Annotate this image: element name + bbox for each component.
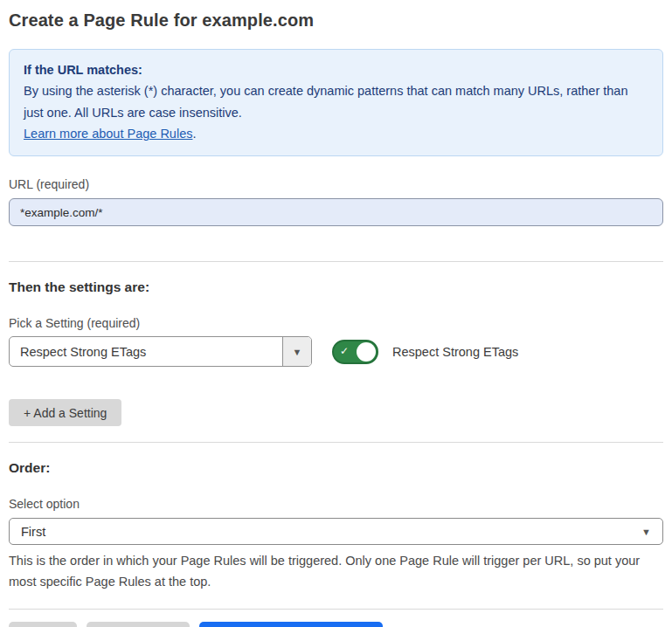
footer-divider [9, 609, 663, 610]
info-box-body: By using the asterisk (*) character, you… [24, 80, 648, 123]
chevron-down-icon[interactable]: ▼ [282, 337, 311, 366]
url-field-label: URL (required) [9, 177, 663, 191]
order-select-value: First [21, 525, 641, 539]
section-divider [9, 261, 663, 262]
footer-actions: Cancel Save as Draft Save and Deploy Pag… [9, 622, 663, 627]
create-page-rule-panel: Create a Page Rule for example.com If th… [0, 0, 672, 627]
setting-row: Respect Strong ETags ▼ ✓ Respect Strong … [9, 336, 663, 367]
check-icon: ✓ [340, 345, 349, 357]
save-draft-button[interactable]: Save as Draft [87, 622, 191, 627]
chevron-down-icon: ▼ [641, 527, 651, 537]
save-deploy-button[interactable]: Save and Deploy Page Rule [199, 622, 383, 627]
info-box-heading: If the URL matches: [24, 59, 648, 80]
learn-more-link[interactable]: Learn more about Page Rules [24, 127, 192, 141]
url-input[interactable] [9, 198, 663, 226]
section-divider [9, 442, 663, 443]
setting-toggle[interactable]: ✓ [332, 340, 378, 364]
setting-select[interactable]: Respect Strong ETags ▼ [9, 336, 312, 367]
order-select[interactable]: First ▼ [9, 518, 663, 545]
toggle-label: Respect Strong ETags [392, 345, 518, 359]
setting-select-value: Respect Strong ETags [10, 337, 282, 366]
toggle-knob [357, 342, 376, 362]
cancel-button[interactable]: Cancel [9, 622, 77, 627]
link-suffix: . [192, 127, 196, 141]
page-title: Create a Page Rule for example.com [9, 10, 663, 31]
pick-setting-label: Pick a Setting (required) [9, 316, 663, 330]
add-setting-button[interactable]: + Add a Setting [9, 399, 121, 426]
order-select-label: Select option [9, 497, 663, 511]
settings-section-heading: Then the settings are: [9, 279, 663, 295]
info-box-link-line: Learn more about Page Rules. [24, 123, 648, 144]
order-section-heading: Order: [9, 460, 663, 476]
url-match-info-box: If the URL matches: By using the asteris… [9, 49, 663, 156]
order-help-text: This is the order in which your Page Rul… [9, 551, 663, 591]
